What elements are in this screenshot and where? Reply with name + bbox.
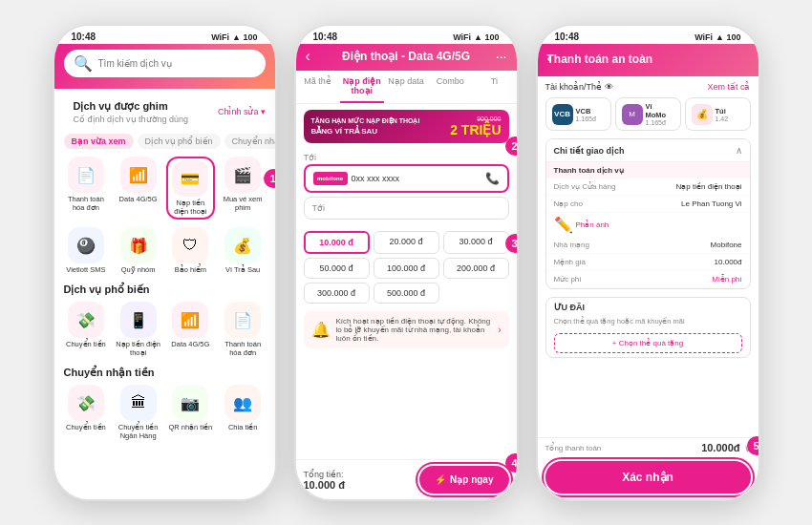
search-input[interactable] [98,58,256,69]
icon-mua-ve[interactable]: 🎬 Mua vé xem phim [219,157,267,220]
network-logo: mobifone [313,172,348,185]
pinned-title: Dịch vụ được ghim [64,94,199,115]
total-label: Tổng tiền: [304,470,345,479]
wallet-momo[interactable]: M Ví MoMo 1.165đ [615,97,681,131]
phan-anh-btn[interactable]: ✏️ Phản ánh [546,213,750,237]
phan-anh-row-mang: Nhà mạng Mobifone [546,237,750,254]
icon-data-4g[interactable]: 📶 Data 4G/5G [114,157,162,220]
battery-1: ▲ 100 [232,32,257,42]
tabs-row-1: Bạn vừa xem Dịch vụ phổ biến Chuyển nhận… [54,130,275,153]
phone-number-display: 0xx xxx xxxx [352,174,485,183]
tong-tt-label: Tổng thanh toán [545,444,602,452]
nap-icon: ⚡ [435,474,446,485]
xac-nhan-button[interactable]: Xác nhận [545,461,751,494]
amount-50k[interactable]: 50.000 đ [304,258,370,279]
icon-nap-dien-thoai[interactable]: 💳 Nạp tiền điện thoại [166,157,215,220]
xem-tat-ca-btn[interactable]: Xem tất cả [707,82,750,92]
amount-label-field: Tới [304,197,509,220]
amount-30k[interactable]: 30.000 đ [443,231,509,254]
time-2: 10:48 [313,32,338,42]
p3-title: Thanh toán an toàn [547,52,653,66]
tui-icon: 💰 [692,104,713,125]
data-4g-icon: 📶 [129,166,148,184]
promo-activate-section[interactable]: 🔔 Kích hoạt nạp tiền điện thoại tự động.… [304,311,509,348]
icon-quy-nhom[interactable]: 🎁 Quỹ nhóm [114,227,162,274]
phone2-header: ‹ Điện thoại - Data 4G/5G ··· [296,44,517,71]
amount-200k[interactable]: 200.000 đ [443,258,509,279]
tab-ban-vua-xem[interactable]: Bạn vừa xem [64,134,134,149]
phone-2: 10:48 WiFi ▲ 100 ‹ Điện thoại - Data 4G/… [294,24,519,501]
tab-ti[interactable]: Ti [472,71,516,103]
amount-500k[interactable]: 500.000 đ [374,283,439,304]
amount-grid: 10.000 đ 20.000 đ 30.000 đ 50.000 đ 100.… [296,227,517,307]
tab-ma-the[interactable]: Mã thẻ [296,71,340,103]
phone2-title: Điện thoại - Data 4G/5G [342,50,470,63]
detail-row-nap-cho: Nạp cho Le Phan Tuong Vi [546,196,750,213]
back-button-3[interactable]: ‹ [547,50,552,67]
more-button-2[interactable]: ··· [496,49,507,64]
tab-combo[interactable]: Combo [428,71,472,103]
icon-chuyen-t[interactable]: 💸 Chuyển tiền [62,385,111,440]
transfer-section-title: Chuyển nhận tiền [54,361,275,381]
tab-chuyen-nhan[interactable]: Chuyển nhận ti [224,134,275,149]
edit-icon: ✏️ [554,216,573,234]
vcb-icon: VCB [552,104,573,125]
amount-300k[interactable]: 300.000 đ [304,283,370,304]
time-3: 10:48 [555,32,580,42]
popular-section-title: Dịch vụ phổ biến [54,278,275,298]
nap-ngay-button[interactable]: ⚡ Nạp ngay [419,466,508,494]
amount-20k[interactable]: 20.000 đ [374,231,439,254]
total-amount: 10.000 đ [304,479,345,491]
status-icons-2: WiFi ▲ 100 [453,32,499,42]
tab-nap-dt[interactable]: Nạp điện thoại [340,71,384,103]
icon-chuyen-tien[interactable]: 💸 Chuyển tiền [62,302,111,357]
icon-hd-pop[interactable]: 📄 Thanh toán hóa đơn [219,302,267,357]
pinned-subtitle: Cố định dịch vụ thường dùng [64,115,199,128]
tong-amount: 10.000đ [701,442,739,453]
status-icons-3: WiFi ▲ 100 [694,32,740,42]
back-button-2[interactable]: ‹ [306,48,310,65]
amount-100k[interactable]: 100.000 đ [374,258,439,279]
status-bar-1: 10:48 WiFi ▲ 100 [54,26,275,44]
account-label: Tài khoản/Thẻ 👁 [545,82,613,92]
chinh-sua-btn[interactable]: Chỉnh sửa ▾ [218,107,266,116]
icon-nap-dt-pop[interactable]: 📱 Nạp tiền điện thoại [114,302,162,357]
tab-dich-vu[interactable]: Dịch vụ phổ biến [138,134,221,149]
uu-dai-section: ƯU ĐÃI Chọn thẻ quà tặng hoặc mã khuyến … [545,297,751,358]
chon-the-btn[interactable]: + Chọn thẻ quà tặng [554,333,742,353]
wallet-vcb[interactable]: VCB VCB 1.165đ [545,97,611,131]
wallet-tui[interactable]: 💰 Túi 1.42 [685,97,751,131]
tab-bar-2: Mã thẻ Nạp điện thoại Nạp data Combo Ti [296,71,517,104]
promo-banner: TĂNG HẠN MỨC NẠP ĐIỆN THOẠI BẰNG VÍ TRẢ … [304,110,509,143]
icon-data-pop[interactable]: 📶 Data 4G/5G [166,302,215,357]
tab-nap-data[interactable]: Nạp data [384,71,428,103]
contact-icon[interactable]: 📞 [485,172,500,185]
search-icon: 🔍 [74,54,93,73]
status-icons-1: WiFi ▲ 100 [211,32,257,42]
transfer-icons-grid: 💸 Chuyển tiền 🏛 Chuyển tiền Ngân Hàng 📷 … [54,381,275,444]
promo-amount: 2 TRIỆU [450,122,501,137]
phone-input-field[interactable]: mobifone 0xx xxx xxxx 📞 [304,164,509,193]
input-section: Tới mobifone 0xx xxx xxxx 📞 Tới [296,149,517,227]
chevron-up-icon: ∧ [736,145,742,156]
quick-icons-grid: 📄 Thanh toán hóa đơn 📶 Data 4G/5G 💳 Nạp … [54,153,275,223]
icon-chia-tien[interactable]: 👥 Chia tiền [219,385,267,440]
icon-vietlott[interactable]: 🎱 Vietlott SMS [62,227,111,274]
data-4g-label: Data 4G/5G [119,195,158,203]
icon-bao-hiem[interactable]: 🛡 Bảo hiểm [166,227,215,274]
detail-header: Chi tiết giao dịch ∧ [546,139,750,162]
nap-dien-thoai-label: Nạp tiền điện thoại [170,199,211,216]
icon-ngan-hang[interactable]: 🏛 Chuyển tiền Ngân Hàng [114,385,162,440]
search-bar[interactable]: 🔍 [64,50,266,77]
detail-row-dich-vu: Dịch vụ Cửa hàng Nạp tiền điện thoại [546,178,750,196]
p3-header: ‹ Thanh toán an toàn [538,44,759,76]
amount-10k[interactable]: 10.000 đ [304,231,370,254]
icon-qr[interactable]: 📷 QR nhận tiền [166,385,215,440]
icon-vi-tra-sau[interactable]: 💰 Ví Trả Sau [219,227,267,274]
promo-text: TĂNG HẠN MỨC NẠP ĐIỆN THOẠI BẰNG VÍ TRẢ … [311,116,420,136]
phan-anh-row-menh-gia: Mệnh giá 10.000đ [546,254,750,271]
quick-icons-grid-2: 🎱 Vietlott SMS 🎁 Quỹ nhóm 🛡 Bảo hiểm 💰 V… [54,223,275,278]
icon-hoa-don[interactable]: 📄 Thanh toán hóa đơn [62,157,111,220]
time-1: 10:48 [72,32,96,42]
mua-ve-icon: 🎬 [233,166,252,184]
